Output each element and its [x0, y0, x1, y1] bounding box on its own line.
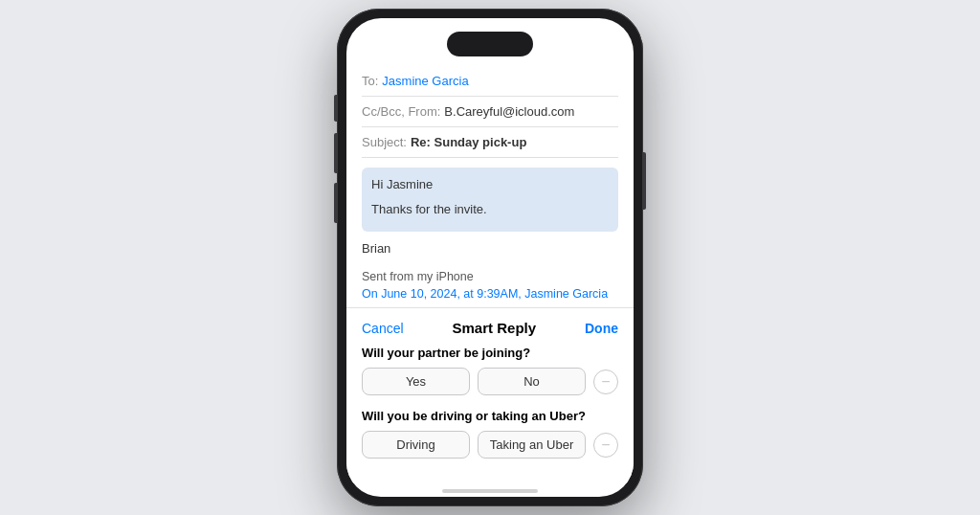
email-thanks: Thanks for the invite.	[371, 200, 609, 225]
question1-options: Yes No −	[362, 368, 618, 395]
question1-option2[interactable]: No	[478, 368, 586, 395]
mute-button	[334, 95, 338, 122]
smart-reply-panel: Cancel Smart Reply Done Will your partne…	[346, 308, 634, 483]
home-indicator	[346, 483, 634, 497]
question2-options: Driving Taking an Uber −	[362, 431, 618, 459]
phone-device: To: Jasmine Garcia Cc/Bcc, From: B.Carey…	[337, 9, 643, 506]
email-compose-area: To: Jasmine Garcia Cc/Bcc, From: B.Carey…	[346, 66, 634, 307]
power-button	[642, 152, 646, 210]
question2-text: Will you be driving or taking an Uber?	[362, 409, 618, 423]
question2-option2[interactable]: Taking an Uber	[478, 431, 586, 459]
question1-remove-button[interactable]: −	[593, 369, 618, 394]
email-signature: Brian	[362, 239, 618, 264]
minus-icon: −	[601, 373, 610, 391]
home-bar	[442, 489, 538, 493]
sent-from-text: Sent from my iPhone	[362, 268, 618, 286]
question2-section: Will you be driving or taking an Uber? D…	[362, 409, 618, 459]
question1-section: Will your partner be joining? Yes No −	[362, 346, 618, 395]
done-button[interactable]: Done	[585, 321, 618, 336]
subject-label: Subject:	[362, 135, 407, 149]
volume-down-button	[334, 183, 338, 223]
to-label: To:	[362, 74, 378, 88]
minus-icon: −	[601, 437, 610, 454]
dynamic-island	[447, 32, 533, 56]
phone-screen: To: Jasmine Garcia Cc/Bcc, From: B.Carey…	[346, 18, 634, 497]
smart-reply-header: Cancel Smart Reply Done	[362, 308, 618, 346]
cc-bcc-value: B.Careyful@icloud.com	[444, 104, 574, 119]
email-greeting: Hi Jasmine	[371, 175, 609, 200]
question1-text: Will your partner be joining?	[362, 346, 618, 360]
cc-bcc-field[interactable]: Cc/Bcc, From: B.Careyful@icloud.com	[362, 97, 618, 127]
to-field[interactable]: To: Jasmine Garcia	[362, 66, 618, 97]
subject-value: Re: Sunday pick-up	[411, 135, 526, 149]
volume-up-button	[334, 133, 338, 173]
smart-reply-title: Smart Reply	[453, 320, 537, 336]
quoted-email-text: On June 10, 2024, at 9:39AM, Jasmine Gar…	[362, 285, 618, 307]
email-body-highlighted-area: Hi Jasmine Thanks for the invite.	[362, 168, 618, 232]
screen-content: To: Jasmine Garcia Cc/Bcc, From: B.Carey…	[346, 18, 634, 497]
question2-option1[interactable]: Driving	[362, 431, 470, 459]
to-value[interactable]: Jasmine Garcia	[382, 74, 468, 88]
question1-option1[interactable]: Yes	[362, 368, 470, 395]
subject-field[interactable]: Subject: Re: Sunday pick-up	[362, 127, 618, 158]
email-body[interactable]: Hi Jasmine Thanks for the invite. Brian …	[362, 158, 618, 307]
cc-bcc-label: Cc/Bcc, From:	[362, 104, 440, 119]
question2-remove-button[interactable]: −	[593, 433, 618, 458]
cancel-button[interactable]: Cancel	[362, 321, 404, 336]
